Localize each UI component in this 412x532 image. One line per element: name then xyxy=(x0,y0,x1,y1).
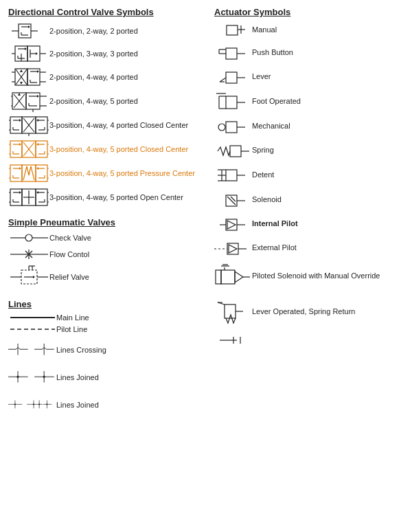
line-sym-main xyxy=(8,313,56,322)
act-sym-last xyxy=(214,333,252,347)
svg-rect-66 xyxy=(10,141,22,157)
dcv-sym-2 xyxy=(8,44,49,63)
svg-point-181 xyxy=(218,124,225,131)
line-row-joined2: Lines Joined xyxy=(8,392,214,417)
dcv-sym-4 xyxy=(8,91,49,111)
act-row-lever-spring: Lever Operated, Spring Return xyxy=(214,294,404,329)
svg-rect-179 xyxy=(226,122,237,133)
dcv-row-1: 2-position, 2-way, 2 ported xyxy=(8,21,214,41)
line-row-pilot: Pilot Line xyxy=(8,325,214,333)
line-sym-joined2 xyxy=(8,392,56,417)
svg-point-146 xyxy=(16,376,19,378)
dcv-label-5: 3-position, 4-way, 4 ported Closed Cente… xyxy=(49,121,188,129)
act-row-last xyxy=(214,333,404,347)
dcv-sym-6 xyxy=(8,139,49,159)
svg-rect-104 xyxy=(36,189,47,206)
svg-rect-204 xyxy=(216,270,221,284)
act-row-spring: Spring xyxy=(214,140,404,159)
act-label-detent: Detent xyxy=(252,170,274,179)
svg-line-88 xyxy=(29,166,31,175)
spv-row-1: Check Valve xyxy=(8,232,214,244)
spv-label-relief: Relief Valve xyxy=(49,273,89,281)
act-label-spring: Spring xyxy=(252,146,274,154)
line-row-joined1: Lines Joined xyxy=(8,365,214,389)
svg-marker-91 xyxy=(19,167,21,170)
svg-marker-72 xyxy=(19,143,21,146)
svg-rect-203 xyxy=(221,270,235,284)
act-sym-foot xyxy=(214,91,252,111)
act-sym-pushbutton xyxy=(214,43,252,62)
lines-title: Lines xyxy=(8,299,214,309)
act-title: Actuator Symbols xyxy=(214,7,404,17)
dcv-label-1: 2-position, 2-way, 2 ported xyxy=(49,27,138,35)
spv-label-flow: Flow Contol xyxy=(49,250,89,258)
act-sym-lever xyxy=(214,67,252,86)
act-sym-external-pilot xyxy=(214,238,252,257)
line-label-joined1: Lines Joined xyxy=(56,373,99,381)
spv-sym-check xyxy=(8,232,49,244)
svg-point-156 xyxy=(33,403,34,405)
dcv-sym-5 xyxy=(8,115,49,135)
line-row-crossing: Lines Crossing xyxy=(8,337,214,362)
act-label-lever-spring: Lever Operated, Spring Return xyxy=(252,307,355,315)
dcv-sym-8 xyxy=(8,187,49,208)
dcv-row-5: 3-position, 4-way, 4 ported Closed Cente… xyxy=(8,115,214,135)
act-sym-piloted-solenoid xyxy=(214,262,252,289)
act-row-internal-pilot: Internal Pilot xyxy=(214,214,404,233)
svg-point-149 xyxy=(43,376,45,378)
act-row-external-pilot: External Pilot xyxy=(214,238,404,257)
svg-marker-58 xyxy=(36,119,38,122)
act-label-piloted-solenoid: Piloted Solenoid with Manual Override xyxy=(252,271,380,280)
svg-point-160 xyxy=(46,403,47,405)
svg-rect-68 xyxy=(36,141,47,157)
act-sym-detent xyxy=(214,164,252,185)
act-label-mechanical: Mechanical xyxy=(252,122,290,130)
svg-point-152 xyxy=(14,403,16,405)
dcv-row-8: 3-position, 4-way, 5 ported Open Center xyxy=(8,187,214,208)
svg-marker-26 xyxy=(37,70,39,73)
svg-marker-4 xyxy=(28,25,30,28)
svg-marker-108 xyxy=(19,191,21,194)
dcv-label-2: 2-position, 3-way, 3 ported xyxy=(49,49,138,58)
svg-rect-169 xyxy=(226,72,237,83)
dcv-label-7: 3-position, 4-way, 5 ported Pressure Cen… xyxy=(49,169,195,177)
act-label-lever: Lever xyxy=(252,72,271,80)
line-row-main: Main Line xyxy=(8,313,214,322)
svg-marker-10 xyxy=(25,47,27,50)
svg-marker-23 xyxy=(20,69,23,72)
svg-line-89 xyxy=(31,166,34,180)
act-sym-manual xyxy=(214,21,252,38)
svg-rect-164 xyxy=(226,48,237,59)
act-row-mechanical: Mechanical xyxy=(214,116,404,135)
svg-marker-24 xyxy=(20,82,23,85)
svg-rect-183 xyxy=(230,146,241,157)
svg-marker-95 xyxy=(36,167,38,170)
dcv-title: Directional Control Valve Symbols xyxy=(8,7,214,17)
dcv-label-4: 2-position, 4-way, 5 ported xyxy=(49,97,138,105)
line-label-joined2: Lines Joined xyxy=(56,401,99,409)
svg-marker-205 xyxy=(235,271,243,282)
spv-sym-flow xyxy=(8,247,49,261)
svg-marker-197 xyxy=(227,221,236,229)
svg-marker-201 xyxy=(229,245,237,253)
act-label-external-pilot: External Pilot xyxy=(252,243,297,252)
svg-point-120 xyxy=(25,234,32,241)
dcv-row-2: 2-position, 3-way, 3 ported xyxy=(8,44,214,63)
act-label-manual: Manual xyxy=(252,25,277,34)
svg-marker-76 xyxy=(36,143,38,146)
act-sym-internal-pilot xyxy=(214,214,252,233)
dcv-row-6: 3-position, 4-way, 5 ported Closed Cente… xyxy=(8,139,214,159)
svg-rect-102 xyxy=(10,189,22,206)
svg-marker-39 xyxy=(37,95,39,98)
svg-rect-48 xyxy=(10,117,22,133)
spv-label-check: Check Valve xyxy=(49,234,91,242)
act-row-pushbutton: Push Button xyxy=(214,43,404,62)
svg-rect-173 xyxy=(226,96,237,109)
dcv-sym-1 xyxy=(8,21,49,41)
dcv-sym-7 xyxy=(8,163,49,184)
act-row-solenoid: Solenoid xyxy=(214,190,404,209)
line-sym-joined1 xyxy=(8,365,56,389)
svg-point-157 xyxy=(38,403,40,405)
svg-rect-34 xyxy=(26,93,40,109)
act-label-solenoid: Solenoid xyxy=(252,195,282,203)
